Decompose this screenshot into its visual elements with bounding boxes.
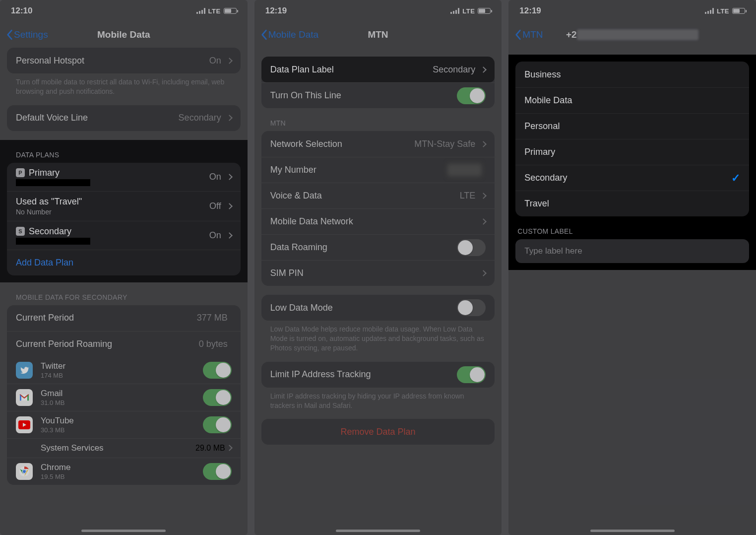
data-plan-label-row[interactable]: Data Plan Label Secondary [261, 57, 495, 82]
back-label: MTN [522, 29, 543, 40]
add-data-plan-button[interactable]: Add Data Plan [7, 250, 241, 275]
my-number-row: My Number x [261, 157, 495, 183]
remove-data-plan-button[interactable]: Remove Data Plan [261, 419, 495, 445]
option-label: Personal [524, 121, 740, 132]
input-placeholder: Type label here [524, 246, 582, 256]
home-indicator[interactable] [81, 530, 166, 532]
data-plan-travel-row[interactable]: Used as "Travel" No Number Off [7, 191, 241, 221]
row-value: On [209, 172, 221, 182]
app-gmail-row[interactable]: Gmail 31.0 MB [7, 384, 241, 411]
page-title-redacted: +2xxxxxxxxxx [508, 29, 756, 40]
app-toggle[interactable] [203, 389, 232, 406]
twitter-icon [16, 362, 33, 379]
chevron-right-icon [480, 270, 487, 276]
home-indicator[interactable] [336, 530, 420, 532]
turn-on-line-row[interactable]: Turn On This Line [261, 82, 495, 108]
row-value: 377 MB [197, 313, 228, 323]
low-data-toggle[interactable] [457, 299, 486, 316]
status-right: LTE [196, 7, 237, 15]
limit-ip-tracking-row[interactable]: Limit IP Address Tracking [261, 362, 495, 388]
status-right: LTE [705, 7, 745, 15]
chevron-right-icon [226, 232, 233, 239]
label-option-secondary[interactable]: Secondary ✓ [515, 165, 749, 191]
app-toggle[interactable] [203, 362, 232, 379]
mobile-data-for-header: MOBILE DATA FOR SECONDARY [7, 282, 241, 305]
chevron-right-icon [480, 141, 487, 147]
app-chrome-row[interactable]: Chrome 19.5 MB [7, 458, 241, 485]
row-label: Turn On This Line [270, 90, 457, 101]
status-bar: 12:19 LTE [254, 0, 502, 22]
limit-ip-toggle[interactable] [457, 366, 486, 383]
chevron-right-icon [226, 58, 233, 64]
battery-icon [224, 8, 237, 14]
back-button[interactable]: Settings [0, 29, 48, 40]
custom-label-input[interactable]: Type label here [515, 239, 749, 263]
chevron-right-icon [226, 115, 233, 121]
app-name: Chrome [41, 463, 203, 472]
data-plan-primary-row[interactable]: P Primary On [7, 163, 241, 191]
row-value: LTE [460, 191, 476, 201]
data-plan-secondary-row[interactable]: S Secondary On [7, 221, 241, 250]
plan-label: Primary [29, 168, 60, 178]
back-button[interactable]: Mobile Data [254, 29, 318, 40]
label-option-primary[interactable]: Primary [515, 139, 749, 165]
back-button[interactable]: MTN [508, 29, 543, 40]
app-toggle[interactable] [203, 463, 232, 480]
label-option-business[interactable]: Business [515, 62, 749, 87]
row-value: 29.0 MB [195, 444, 225, 453]
back-label: Mobile Data [268, 29, 318, 40]
app-usage: 19.5 MB [41, 473, 203, 480]
app-usage: 31.0 MB [41, 399, 203, 406]
row-label: Data Roaming [270, 242, 457, 253]
app-name: YouTube [41, 416, 203, 426]
low-data-mode-row[interactable]: Low Data Mode [261, 295, 495, 321]
label-option-travel[interactable]: Travel [515, 191, 749, 216]
battery-icon [478, 8, 491, 14]
limit-ip-footer: Limit IP address tracking by hiding your… [261, 388, 495, 410]
app-name: Twitter [41, 361, 203, 371]
row-label: Default Voice Line [16, 113, 179, 123]
checkmark-icon: ✓ [731, 172, 740, 185]
row-value: MTN-Stay Safe [414, 139, 475, 149]
app-youtube-row[interactable]: YouTube 30.3 MB [7, 411, 241, 438]
label-option-mobile-data[interactable]: Mobile Data [515, 87, 749, 113]
data-roaming-row[interactable]: Data Roaming [261, 234, 495, 260]
sim-badge: P [16, 168, 25, 177]
option-label: Secondary [524, 173, 731, 183]
nav-bar: Settings Mobile Data [0, 22, 248, 48]
row-value: Secondary [433, 65, 475, 75]
my-number-value-redacted: x [447, 164, 482, 176]
label-option-personal[interactable]: Personal [515, 113, 749, 139]
personal-hotspot-row[interactable]: Personal Hotspot On [7, 48, 241, 73]
app-twitter-row[interactable]: Twitter 174 MB [7, 357, 241, 384]
row-label: Network Selection [270, 139, 415, 149]
row-label: Current Period Roaming [16, 339, 199, 349]
roaming-toggle[interactable] [457, 239, 486, 256]
row-label: My Number [270, 165, 448, 175]
plan-label: Secondary [29, 226, 71, 237]
row-label: Personal Hotspot [16, 56, 209, 66]
system-services-row[interactable]: System Services 29.0 MB [7, 438, 241, 458]
option-label: Primary [524, 147, 740, 157]
sim-pin-row[interactable]: SIM PIN [261, 260, 495, 286]
mobile-data-network-row[interactable]: Mobile Data Network [261, 208, 495, 234]
default-voice-line-row[interactable]: Default Voice Line Secondary [7, 105, 241, 131]
home-indicator[interactable] [590, 530, 675, 532]
app-toggle[interactable] [203, 416, 232, 433]
chevron-right-icon [480, 218, 487, 225]
line-toggle[interactable] [457, 87, 486, 104]
status-bar: 12:10 LTE [0, 0, 248, 22]
sim-badge: S [16, 227, 25, 236]
row-value: Off [209, 201, 221, 211]
chevron-right-icon [480, 193, 487, 199]
row-label: Data Plan Label [270, 65, 433, 75]
app-usage: 30.3 MB [41, 426, 203, 434]
option-label: Travel [524, 199, 740, 209]
battery-icon [732, 8, 745, 14]
plan-sub: No Number [16, 208, 209, 216]
voice-data-row[interactable]: Voice & Data LTE [261, 183, 495, 208]
row-value: On [209, 56, 221, 66]
option-label: Mobile Data [524, 95, 740, 106]
current-period-roaming-row: Current Period Roaming 0 bytes [7, 331, 241, 357]
network-selection-row[interactable]: Network Selection MTN-Stay Safe [261, 131, 495, 157]
